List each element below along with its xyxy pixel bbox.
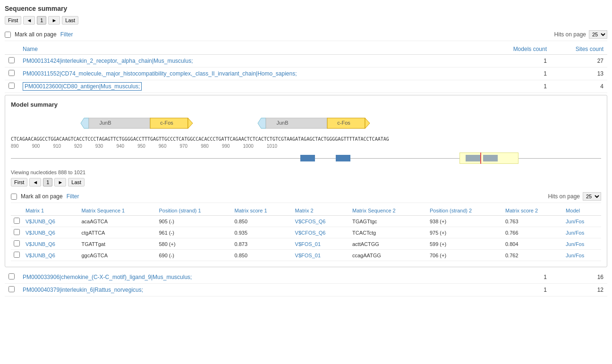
- top-toolbar: Mark all on page Filter Hits on page 25: [5, 28, 607, 41]
- matrix2-3[interactable]: V$FOS_01: [295, 253, 321, 258]
- detail-table: Matrix 1 Matrix Sequence 1 Position (str…: [11, 206, 601, 261]
- matrix2-1[interactable]: V$CFOS_Q6: [295, 230, 326, 236]
- pos1-1: 961 (-): [156, 227, 231, 238]
- row-checkbox-1[interactable]: [8, 70, 15, 76]
- table-row: PM000311552|CD74_molecule,_major_histoco…: [5, 68, 607, 80]
- score1-3: 0.850: [231, 250, 292, 261]
- models-count-1: 1: [494, 68, 551, 80]
- detail-checkbox-0[interactable]: [14, 218, 20, 224]
- top-pagination: First ◄ 1 ► Last: [5, 16, 607, 25]
- detail-checkbox-1[interactable]: [14, 229, 20, 235]
- matrix1-0[interactable]: V$JUNB_Q6: [26, 219, 55, 224]
- sites-count-4: 12: [551, 284, 607, 296]
- model-0[interactable]: Jun/Fos: [566, 219, 584, 224]
- pos1-0: 905 (-): [156, 216, 231, 227]
- matrix1-2[interactable]: V$JUNB_Q6: [26, 241, 55, 247]
- mark-all-label: Mark all on page: [15, 31, 57, 38]
- prev-button[interactable]: ◄: [23, 16, 35, 25]
- col-model[interactable]: Model: [563, 206, 601, 216]
- matrix2-0[interactable]: V$CFOS_Q6: [295, 219, 326, 224]
- row-checkbox-4[interactable]: [8, 286, 15, 292]
- ruler-mark: 950: [137, 144, 145, 149]
- ruler-mark: 1000: [243, 144, 254, 149]
- bottom-sequence-table: PM000033906|chemokine_(C-X-C_motif)_liga…: [5, 271, 607, 296]
- page-number[interactable]: 1: [37, 16, 46, 25]
- ruler-mark: 980: [201, 144, 209, 149]
- score2-2: 0.804: [502, 238, 563, 250]
- sites-count-3: 16: [551, 271, 607, 284]
- col-score2[interactable]: Matrix score 2: [502, 206, 563, 216]
- detail-row-3: V$JUNB_Q6 ggcAGTCA 690 (-) 0.850 V$FOS_0…: [11, 250, 601, 261]
- table-row: PM000131424|interleukin_2_receptor,_alph…: [5, 55, 607, 68]
- inner-page-number[interactable]: 1: [43, 178, 52, 186]
- next-button[interactable]: ►: [48, 16, 60, 25]
- models-count-3: 1: [494, 271, 551, 284]
- detail-checkbox-3[interactable]: [14, 252, 20, 258]
- score1-0: 0.850: [231, 216, 292, 227]
- col-matrix1[interactable]: Matrix 1: [23, 206, 79, 216]
- dna-sequence: CTCAGAACAGGCCTGGACAAGTCACCTCCCTAGAGTTCTG…: [11, 136, 601, 142]
- ruler-mark: 1010: [267, 144, 277, 149]
- inner-mark-all-checkbox[interactable]: [11, 194, 17, 200]
- pos2-3: 706 (+): [427, 250, 502, 261]
- model-1[interactable]: Jun/Fos: [566, 230, 584, 236]
- matrix1-3[interactable]: V$JUNB_Q6: [26, 253, 55, 258]
- col-pos2[interactable]: Position (strand) 2: [427, 206, 502, 216]
- col-sites[interactable]: Sites count: [551, 44, 607, 55]
- seq-name-4[interactable]: PM000040379|interleukin_6|Rattus_norvegi…: [23, 287, 143, 293]
- inner-hits-label: Hits on page: [548, 193, 580, 200]
- model-summary-panel: Model summary JunB c-Fos JunB c-Fos: [5, 95, 607, 267]
- viewing-text: Viewing nucleotides 888 to 1021: [11, 169, 601, 175]
- hits-label: Hits on page: [554, 31, 586, 38]
- col-models[interactable]: Models count: [494, 44, 551, 55]
- inner-mark-all-label: Mark all on page: [21, 193, 63, 200]
- filter-link[interactable]: Filter: [60, 31, 73, 38]
- svg-text:JunB: JunB: [99, 120, 111, 126]
- ruler-mark: 910: [53, 144, 61, 149]
- first-button[interactable]: First: [5, 16, 21, 25]
- hits-select[interactable]: 25: [589, 30, 607, 39]
- row-checkbox-2[interactable]: [8, 83, 15, 89]
- row-checkbox-0[interactable]: [8, 57, 15, 63]
- detail-row-2: V$JUNB_Q6 TGATTgat 580 (+) 0.873 V$FOS_0…: [11, 238, 601, 250]
- detail-checkbox-2[interactable]: [14, 240, 20, 246]
- score2-3: 0.762: [502, 250, 563, 261]
- inner-first-button[interactable]: First: [11, 178, 27, 186]
- matrix2-2[interactable]: V$FOS_01: [295, 241, 321, 247]
- inner-filter-link[interactable]: Filter: [67, 193, 79, 200]
- col-seq1[interactable]: Matrix Sequence 1: [79, 206, 156, 216]
- col-score1[interactable]: Matrix score 1: [231, 206, 292, 216]
- col-matrix2[interactable]: Matrix 2: [292, 206, 349, 216]
- row-checkbox-3[interactable]: [8, 273, 15, 279]
- sites-count-1: 13: [551, 68, 607, 80]
- inner-last-button[interactable]: Last: [68, 178, 85, 186]
- svg-rect-7: [266, 118, 327, 128]
- col-name[interactable]: Name: [19, 44, 494, 55]
- model-3[interactable]: Jun/Fos: [566, 253, 584, 258]
- matrix1-1[interactable]: V$JUNB_Q6: [26, 230, 55, 236]
- seq2-0: TGAGTtgc: [349, 216, 427, 227]
- seq1-3: ggcAGTCA: [79, 250, 156, 261]
- col-pos1[interactable]: Position (strand) 1: [156, 206, 231, 216]
- svg-marker-0: [81, 118, 89, 128]
- seq-name-2[interactable]: PM000123600|CD80_antigen|Mus_musculus;: [23, 82, 142, 91]
- seq-name-1[interactable]: PM000311552|CD74_molecule,_major_histoco…: [23, 70, 297, 77]
- last-button[interactable]: Last: [62, 16, 78, 25]
- table-row: PM000040379|interleukin_6|Rattus_norvegi…: [5, 284, 607, 296]
- inner-next-button[interactable]: ►: [54, 178, 66, 186]
- seq-name-0[interactable]: PM000131424|interleukin_2_receptor,_alph…: [23, 58, 193, 64]
- mark-all-checkbox[interactable]: [5, 32, 11, 38]
- seq2-3: ccagAATGG: [349, 250, 427, 261]
- models-count-2: 1: [494, 80, 551, 93]
- sites-count-0: 27: [551, 55, 607, 68]
- pos2-0: 938 (+): [427, 216, 502, 227]
- svg-text:JunB: JunB: [276, 120, 288, 126]
- inner-hits-select[interactable]: 25: [583, 192, 601, 201]
- detail-row-1: V$JUNB_Q6 ctgATTCA 961 (-) 0.935 V$CFOS_…: [11, 227, 601, 238]
- col-seq2[interactable]: Matrix Sequence 2: [349, 206, 427, 216]
- track-visualization: [11, 150, 601, 167]
- ruler-mark: 930: [95, 144, 103, 149]
- inner-prev-button[interactable]: ◄: [29, 178, 41, 186]
- model-2[interactable]: Jun/Fos: [566, 241, 584, 247]
- seq-name-3[interactable]: PM000033906|chemokine_(C-X-C_motif)_liga…: [23, 274, 192, 280]
